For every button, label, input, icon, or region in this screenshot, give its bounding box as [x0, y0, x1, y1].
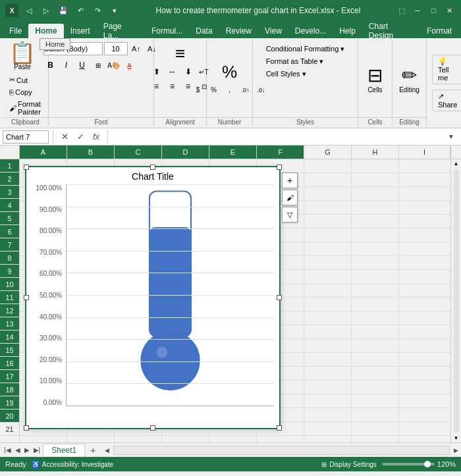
- cell-r16-c7[interactable]: [304, 367, 352, 380]
- quick-access-back[interactable]: ◁: [22, 4, 36, 17]
- cell-r21-c1[interactable]: [20, 436, 67, 442]
- resize-handle-e[interactable]: [277, 295, 282, 300]
- zoom-thumb[interactable]: [424, 461, 431, 467]
- align-center-btn[interactable]: ≡: [165, 80, 180, 93]
- tell-me-btn[interactable]: 💡 Tell me: [432, 55, 461, 84]
- quick-access-forward[interactable]: ▷: [40, 4, 53, 17]
- sheet-nav-prev[interactable]: ◀: [14, 445, 22, 455]
- cell-r14-c8[interactable]: [352, 339, 399, 352]
- cell-r11-c8[interactable]: [352, 298, 399, 311]
- bold-button[interactable]: B: [43, 59, 58, 72]
- add-chart-element-btn[interactable]: +: [282, 172, 298, 188]
- cell-r21-c2[interactable]: [67, 436, 115, 442]
- minimize-btn[interactable]: ─: [411, 4, 424, 17]
- chart-style-btn[interactable]: 🖌: [282, 190, 298, 205]
- tab-data[interactable]: Data: [189, 24, 219, 38]
- cell-r14-c7[interactable]: [304, 339, 352, 352]
- percent-btn[interactable]: %: [207, 84, 221, 97]
- increase-font-btn[interactable]: A↑: [129, 42, 144, 55]
- display-settings-btn[interactable]: ⊞ Display Settings: [321, 461, 377, 468]
- row-20[interactable]: 20: [0, 410, 19, 423]
- col-header-c[interactable]: C: [115, 145, 162, 159]
- tab-help[interactable]: Help: [333, 24, 362, 38]
- scroll-right-btn[interactable]: ▶: [454, 447, 458, 454]
- row-2[interactable]: 2: [0, 172, 19, 186]
- cell-r13-c7[interactable]: [304, 325, 352, 338]
- underline-button[interactable]: U: [75, 59, 90, 72]
- comma-btn[interactable]: ,: [223, 84, 237, 97]
- col-header-f[interactable]: F: [257, 145, 304, 159]
- cell-r21-c4[interactable]: [162, 436, 209, 442]
- row-14[interactable]: 14: [0, 331, 19, 344]
- quick-access-save[interactable]: 💾: [57, 4, 70, 17]
- chart-filter-btn[interactable]: ▽: [282, 207, 298, 223]
- tab-page-layout[interactable]: Page La...: [97, 24, 145, 38]
- name-box[interactable]: [3, 130, 49, 144]
- tab-review[interactable]: Review: [219, 24, 258, 38]
- font-size-input[interactable]: [104, 42, 128, 55]
- cell-r5-c7[interactable]: [304, 215, 352, 228]
- tab-format[interactable]: Format: [420, 24, 458, 38]
- row-15[interactable]: 15: [0, 344, 19, 357]
- cell-r15-c7[interactable]: [304, 353, 352, 366]
- quick-access-undo[interactable]: ↶: [74, 4, 87, 17]
- scroll-up-btn[interactable]: ▲: [452, 159, 460, 168]
- cell-r18-c8[interactable]: [352, 394, 399, 408]
- cell-r21-c8[interactable]: [352, 436, 399, 442]
- col-header-g[interactable]: G: [304, 145, 352, 159]
- tab-developer[interactable]: Develo...: [288, 24, 333, 38]
- resize-handle-w[interactable]: [24, 295, 29, 300]
- row-16[interactable]: 16: [0, 357, 19, 370]
- cell-r9-c7[interactable]: [304, 270, 352, 283]
- border-button[interactable]: ⊞: [91, 59, 105, 72]
- sheet-nav-first[interactable]: |◀: [3, 445, 13, 455]
- col-header-e[interactable]: E: [209, 145, 257, 159]
- row-21[interactable]: 21: [0, 423, 19, 436]
- cell-r19-c7[interactable]: [304, 408, 352, 421]
- cell-r5-c8[interactable]: [352, 215, 399, 228]
- row-13[interactable]: 13: [0, 317, 19, 331]
- accounting-btn[interactable]: $: [191, 84, 205, 97]
- expand-formula-btn[interactable]: ▼: [444, 130, 458, 144]
- col-header-d[interactable]: D: [162, 145, 209, 159]
- cell-r20-c7[interactable]: [304, 422, 352, 435]
- resize-handle-n[interactable]: [150, 165, 155, 170]
- ribbon-display-options[interactable]: ⬚: [395, 4, 408, 17]
- quick-access-redo[interactable]: ↷: [91, 4, 104, 17]
- cancel-formula-btn[interactable]: ✕: [57, 130, 72, 144]
- resize-handle-s[interactable]: [150, 425, 155, 431]
- cell-r3-c8[interactable]: [352, 187, 399, 200]
- cell-r8-c8[interactable]: [352, 256, 399, 269]
- align-left-btn[interactable]: ≡: [149, 80, 164, 93]
- add-sheet-btn[interactable]: +: [86, 444, 99, 456]
- cell-r2-c7[interactable]: [304, 173, 352, 186]
- cell-r21-c3[interactable]: [115, 436, 162, 442]
- scroll-down-btn[interactable]: ▼: [452, 434, 460, 442]
- sheet-tab-sheet1[interactable]: Sheet1: [43, 444, 85, 456]
- tab-chart-design[interactable]: Chart Design: [362, 24, 420, 38]
- h-scroll-track[interactable]: [113, 446, 450, 455]
- format-as-table-btn[interactable]: Format as Table ▾: [263, 56, 348, 67]
- col-header-b[interactable]: B: [67, 145, 115, 159]
- row-19[interactable]: 19: [0, 396, 19, 410]
- copy-button[interactable]: ⎘ Copy: [7, 87, 44, 97]
- font-color-button[interactable]: A̲: [122, 59, 137, 72]
- maximize-btn[interactable]: □: [427, 4, 440, 17]
- row-3[interactable]: 3: [0, 186, 19, 199]
- cell-r16-c8[interactable]: [352, 367, 399, 380]
- row-17[interactable]: 17: [0, 370, 19, 383]
- customize-quick-access[interactable]: ▾: [108, 4, 121, 17]
- cell-r18-c7[interactable]: [304, 394, 352, 408]
- format-painter-button[interactable]: 🖌 Format Painter: [7, 99, 44, 117]
- row-1[interactable]: 1: [0, 159, 19, 172]
- fill-color-button[interactable]: A🎨: [107, 59, 121, 72]
- cell-r10-c8[interactable]: [352, 284, 399, 297]
- cell-r17-c7[interactable]: [304, 381, 352, 394]
- row-5[interactable]: 5: [0, 212, 19, 225]
- cell-r9-c8[interactable]: [352, 270, 399, 283]
- conditional-formatting-btn[interactable]: Conditional Formatting ▾: [263, 43, 348, 55]
- resize-handle-sw[interactable]: [24, 425, 29, 431]
- cell-r21-c5[interactable]: [209, 436, 257, 442]
- cell-r1-c8[interactable]: [352, 159, 399, 172]
- cell-r7-c8[interactable]: [352, 242, 399, 255]
